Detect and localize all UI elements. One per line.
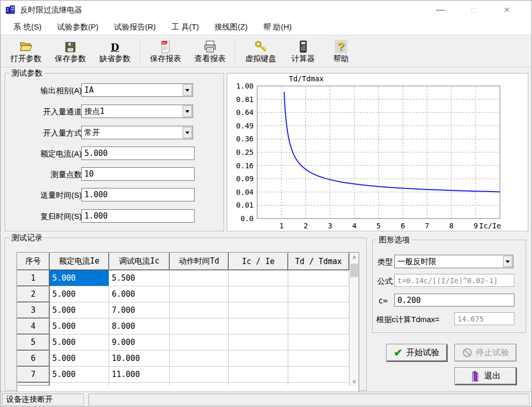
- virtual-keyboard-icon: [254, 39, 268, 53]
- table-cell[interactable]: [229, 286, 288, 302]
- row-header[interactable]: 7: [17, 367, 50, 383]
- c-input[interactable]: 0.200: [394, 294, 514, 307]
- input-channel-combo[interactable]: 接点1: [81, 105, 193, 118]
- reset-time-input[interactable]: 1.000: [81, 209, 195, 223]
- table-cell[interactable]: 5.000: [50, 367, 109, 383]
- table-cell[interactable]: [288, 270, 349, 286]
- default-params-button[interactable]: D 缺省参数: [93, 37, 137, 65]
- dropdown-button[interactable]: [503, 256, 512, 267]
- input-mode-combo[interactable]: 常开: [81, 126, 193, 139]
- scrollbar-thumb[interactable]: [350, 264, 358, 277]
- table-row-partial: [17, 383, 50, 386]
- table-cell[interactable]: 5.000: [50, 302, 109, 318]
- save-params-button[interactable]: 保存参数: [48, 37, 93, 65]
- rated-current-input[interactable]: 5.000: [81, 147, 195, 160]
- table-cell[interactable]: 9.000: [109, 335, 170, 351]
- table-cell[interactable]: 5.500: [109, 270, 170, 286]
- help-button[interactable]: ? 帮助: [323, 37, 359, 65]
- close-button[interactable]: ×: [490, 1, 523, 19]
- exit-button[interactable]: 退出: [454, 367, 516, 385]
- scroll-up-icon[interactable]: ∧: [350, 253, 359, 261]
- table-cell[interactable]: [170, 270, 229, 286]
- table-cell[interactable]: [288, 286, 349, 302]
- stop-test-button: 停止试验: [454, 344, 516, 361]
- table-cell[interactable]: [229, 367, 288, 383]
- menu-tools[interactable]: 工 具(T): [164, 22, 206, 32]
- table-cell[interactable]: 5.000: [50, 286, 109, 302]
- svg-text:0.01: 0.01: [236, 201, 254, 209]
- table-cell[interactable]: [170, 302, 229, 318]
- table-cell[interactable]: 11.000: [109, 367, 170, 383]
- table-cell[interactable]: [288, 318, 349, 335]
- dropdown-button[interactable]: [183, 127, 192, 138]
- row-header[interactable]: 6: [17, 351, 50, 367]
- svg-text:3: 3: [328, 222, 332, 230]
- menu-help[interactable]: 帮 助(H): [255, 22, 299, 32]
- row-header[interactable]: 1: [17, 270, 50, 286]
- table-cell[interactable]: [288, 302, 349, 318]
- table-cell[interactable]: 8.000: [109, 318, 170, 335]
- maximize-button[interactable]: □: [457, 1, 490, 19]
- measure-points-label: 测量点数: [9, 170, 82, 180]
- svg-text:1: 1: [279, 222, 284, 230]
- svg-text:0.36: 0.36: [236, 135, 254, 143]
- table-cell[interactable]: 5.000: [50, 335, 109, 351]
- chevron-down-icon: [185, 132, 189, 134]
- status-bar: 设备连接断开: [1, 391, 531, 406]
- table-cell[interactable]: 10.000: [109, 351, 170, 367]
- table-cell[interactable]: [170, 351, 229, 367]
- table-cell[interactable]: [170, 318, 229, 335]
- table-cell[interactable]: 5.000: [50, 351, 109, 367]
- dropdown-button[interactable]: [183, 106, 192, 117]
- minimize-button[interactable]: —: [424, 1, 457, 19]
- table-cell[interactable]: 6.000: [109, 286, 170, 302]
- start-test-button[interactable]: ✔ 开始试验: [386, 344, 447, 361]
- table-cell[interactable]: [229, 270, 288, 286]
- table-cell[interactable]: [229, 335, 288, 351]
- virtual-keyboard-button[interactable]: 虚拟键盘: [239, 37, 283, 65]
- table-cell[interactable]: [288, 335, 349, 351]
- curve-chart: Td/Tdmax0.00.010.040.090.160.250.360.490…: [227, 74, 528, 231]
- scroll-down-icon[interactable]: ∨: [350, 377, 359, 386]
- view-report-button[interactable]: 查看报表: [188, 37, 232, 65]
- table-cell[interactable]: [229, 302, 288, 318]
- table-cell[interactable]: [170, 367, 229, 383]
- table-cell[interactable]: [170, 286, 229, 302]
- table-cell[interactable]: 5.000: [50, 318, 109, 335]
- toolbar-label: 缺省参数: [99, 54, 130, 64]
- menu-wiring-diagram[interactable]: 接线图(Z): [206, 22, 255, 32]
- table-cell[interactable]: [288, 351, 349, 367]
- table-cell-selected[interactable]: 5.000: [50, 270, 109, 286]
- measure-points-input[interactable]: 10: [81, 167, 195, 181]
- help-icon: ?: [335, 39, 347, 53]
- row-header[interactable]: 2: [17, 286, 50, 302]
- tdmax-label: 根据c计算Tdmax=: [376, 315, 439, 325]
- svg-text:0.04: 0.04: [236, 188, 254, 196]
- output-time-input[interactable]: 1.000: [81, 188, 195, 201]
- row-header[interactable]: 5: [17, 335, 50, 351]
- row-header[interactable]: 3: [17, 302, 50, 318]
- dropdown-button[interactable]: [183, 84, 192, 96]
- svg-text:0.09: 0.09: [236, 175, 254, 183]
- col-header-td-tdmax: Td / Tdmax: [288, 253, 349, 270]
- table-scrollbar[interactable]: ∧ ∨: [349, 253, 359, 386]
- group-title: 测试参数: [9, 68, 45, 78]
- table-cell[interactable]: [170, 335, 229, 351]
- row-header[interactable]: 4: [17, 318, 50, 335]
- menu-test-report[interactable]: 试验报告(R): [106, 22, 164, 32]
- records-table: 序号 额定电流Ie 调试电流Ic 动作时间Td Ic / Ie Td / Tdm…: [17, 252, 359, 399]
- menu-test-params[interactable]: 试验参数(P): [49, 22, 106, 32]
- table-cell[interactable]: [229, 351, 288, 367]
- records-group: 测试记录 序号 额定电流Ie 调试电流Ic 动作时间Td Ic / Ie Td …: [5, 238, 367, 391]
- table-cell[interactable]: [229, 318, 288, 335]
- calculator-button[interactable]: 计算器: [283, 37, 323, 65]
- menu-system[interactable]: 系 统(S): [6, 22, 49, 32]
- output-phase-combo[interactable]: IA: [81, 83, 193, 97]
- menu-bar: 系 统(S) 试验参数(P) 试验报告(R) 工 具(T) 接线图(Z) 帮 助…: [1, 19, 531, 35]
- table-cell[interactable]: 7.000: [109, 302, 170, 318]
- curve-type-combo[interactable]: 一般反时限: [394, 255, 513, 268]
- save-report-button[interactable]: EXL 保存报表: [143, 37, 188, 65]
- open-params-button[interactable]: 打开参数: [4, 37, 48, 65]
- table-cell[interactable]: [288, 367, 349, 383]
- input-mode-label: 开入量方式: [9, 128, 82, 138]
